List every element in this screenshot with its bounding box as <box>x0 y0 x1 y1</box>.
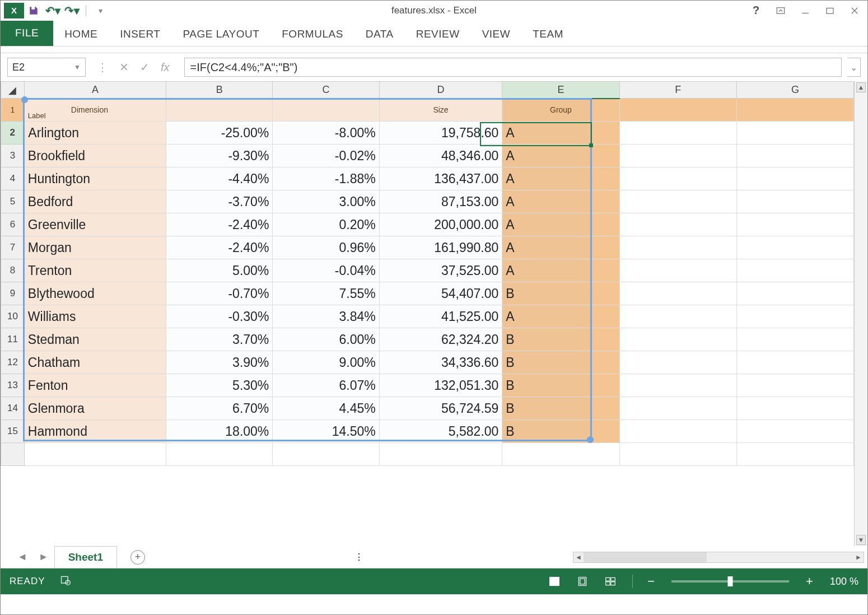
cell-G8[interactable] <box>736 259 853 282</box>
cell-C4[interactable]: -1.88% <box>273 167 379 190</box>
cell-E3[interactable]: A <box>502 145 619 167</box>
cell-A5[interactable]: Bedford <box>24 190 166 213</box>
cell-F15[interactable] <box>619 420 736 443</box>
tab-formulas[interactable]: FORMULAS <box>270 22 354 46</box>
cell-A3[interactable]: Brookfield <box>24 145 166 167</box>
cell-B11[interactable]: 3.70% <box>166 328 272 351</box>
cell-G3[interactable] <box>736 145 853 167</box>
cell-C11[interactable]: 6.00% <box>273 328 379 351</box>
table-row[interactable]: 7Morgan-2.40%0.96%161,990.80A <box>1 236 854 259</box>
cell-E12[interactable]: B <box>502 351 619 374</box>
cell-D14[interactable]: 56,724.59 <box>379 397 502 420</box>
cell-C5[interactable]: 3.00% <box>273 190 379 213</box>
cell-F4[interactable] <box>619 167 736 190</box>
col-header-G[interactable]: G <box>736 82 853 99</box>
cell-E10[interactable]: A <box>502 305 619 328</box>
cell-D10[interactable]: 41,525.00 <box>379 305 502 328</box>
cell-E11[interactable]: B <box>502 328 619 351</box>
cell-A14[interactable]: Glenmora <box>24 397 166 420</box>
cell-B5[interactable]: -3.70% <box>166 190 272 213</box>
scroll-right-button[interactable]: ► <box>853 552 864 562</box>
cell-D9[interactable]: 54,407.00 <box>379 282 502 305</box>
col-header-D[interactable]: D <box>379 82 502 99</box>
cell-G6[interactable] <box>736 213 853 236</box>
cell-F14[interactable] <box>619 397 736 420</box>
cell-C2[interactable]: -8.00% <box>273 122 379 145</box>
horizontal-scrollbar[interactable]: ◄ ► <box>573 552 864 563</box>
cell-F6[interactable] <box>619 213 736 236</box>
cell-A15[interactable]: Hammond <box>24 420 166 443</box>
cell-G4[interactable] <box>736 167 853 190</box>
scroll-left-button[interactable]: ◄ <box>573 552 584 562</box>
header-cell-group[interactable]: Group <box>502 99 619 122</box>
cell-F11[interactable] <box>619 328 736 351</box>
cell-G12[interactable] <box>736 351 853 374</box>
tab-team[interactable]: TEAM <box>521 22 575 46</box>
header-cell-size[interactable]: Size <box>379 99 502 122</box>
row-header-5[interactable]: 5 <box>1 190 25 213</box>
cell-F5[interactable] <box>619 190 736 213</box>
cell-D15[interactable]: 5,582.00 <box>379 420 502 443</box>
vertical-scrollbar[interactable]: ▲ ▼ <box>854 81 867 546</box>
formula-bar-expand-button[interactable]: ⌄ <box>847 58 861 77</box>
cell-D6[interactable]: 200,000.00 <box>379 213 502 236</box>
col-header-B[interactable]: B <box>166 82 272 99</box>
cell-F2[interactable] <box>619 122 736 145</box>
name-box-dropdown-icon[interactable]: ▼ <box>74 63 81 71</box>
cell-C8[interactable]: -0.04% <box>273 259 379 282</box>
cell-A10[interactable]: Williams <box>24 305 166 328</box>
cell-G10[interactable] <box>736 305 853 328</box>
col-header-F[interactable]: F <box>619 82 736 99</box>
table-row[interactable]: 5Bedford-3.70%3.00%87,153.00A <box>1 190 854 213</box>
table-row[interactable]: 2Arlington-25.00%-8.00%19,758.60A <box>1 122 854 145</box>
cell-F7[interactable] <box>619 236 736 259</box>
cell-G7[interactable] <box>736 236 853 259</box>
table-row[interactable]: 4Huntington-4.40%-1.88%136,437.00A <box>1 167 854 190</box>
table-row[interactable]: 3Brookfield-9.30%-0.02%48,346.00A <box>1 145 854 167</box>
cell-C3[interactable]: -0.02% <box>273 145 379 167</box>
cell-B9[interactable]: -0.70% <box>166 282 272 305</box>
cell-B4[interactable]: -4.40% <box>166 167 272 190</box>
cell-E14[interactable]: B <box>502 397 619 420</box>
cell-B10[interactable]: -0.30% <box>166 305 272 328</box>
col-header-E[interactable]: E <box>502 82 619 99</box>
cell-E5[interactable]: A <box>502 190 619 213</box>
cell-B12[interactable]: 3.90% <box>166 351 272 374</box>
tab-file[interactable]: FILE <box>1 20 53 46</box>
row-header-11[interactable]: 11 <box>1 328 25 351</box>
cell-C10[interactable]: 3.84% <box>273 305 379 328</box>
cell-F3[interactable] <box>619 145 736 167</box>
cell-A6[interactable]: Greenville <box>24 213 166 236</box>
row-header-4[interactable]: 4 <box>1 167 25 190</box>
cell-B6[interactable]: -2.40% <box>166 213 272 236</box>
close-button[interactable] <box>847 3 862 18</box>
cell-F8[interactable] <box>619 259 736 282</box>
formula-bar[interactable]: =IF(C2<4.4%;"A";"B") <box>184 58 842 77</box>
sheet-nav-prev[interactable]: ◄ <box>12 551 33 563</box>
select-all-corner[interactable]: ◢ <box>1 82 25 99</box>
zoom-out-button[interactable]: − <box>645 574 657 589</box>
row-header-8[interactable]: 8 <box>1 259 25 282</box>
tab-split-handle[interactable]: ⋮ <box>354 552 363 562</box>
cell-F12[interactable] <box>619 351 736 374</box>
cell-A11[interactable]: Stedman <box>24 328 166 351</box>
cell-F1[interactable] <box>619 99 736 122</box>
cell-A2[interactable]: Arlington <box>24 122 166 145</box>
cell-D13[interactable]: 132,051.30 <box>379 374 502 397</box>
table-row[interactable]: 15Hammond18.00%14.50%5,582.00B <box>1 420 854 443</box>
table-row[interactable]: 6Greenville-2.40%0.20%200,000.00A <box>1 213 854 236</box>
cell-D8[interactable]: 37,525.00 <box>379 259 502 282</box>
cell-B14[interactable]: 6.70% <box>166 397 272 420</box>
macro-record-icon[interactable] <box>60 575 71 589</box>
cell-B15[interactable]: 18.00% <box>166 420 272 443</box>
tab-data[interactable]: DATA <box>354 22 405 46</box>
row-header-9[interactable]: 9 <box>1 282 25 305</box>
cell-D5[interactable]: 87,153.00 <box>379 190 502 213</box>
cell-E15[interactable]: B <box>502 420 619 443</box>
cell-A13[interactable]: Fenton <box>24 374 166 397</box>
cell-A8[interactable]: Trenton <box>24 259 166 282</box>
table-row[interactable] <box>1 443 854 466</box>
row-header-12[interactable]: 12 <box>1 351 25 374</box>
cell-D12[interactable]: 34,336.60 <box>379 351 502 374</box>
minimize-button[interactable] <box>798 3 813 18</box>
